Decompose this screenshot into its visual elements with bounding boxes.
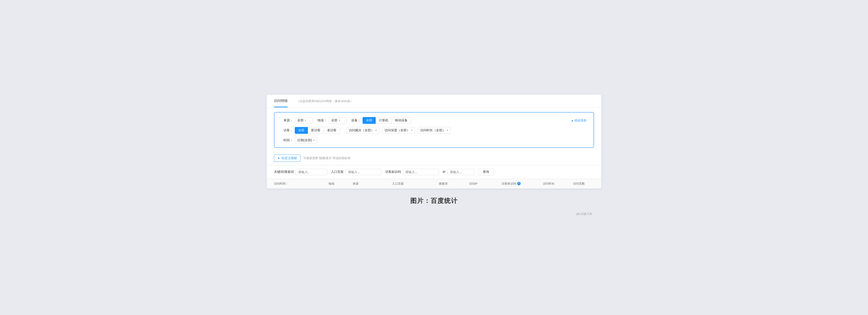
date-caret-icon: ▾: [313, 139, 315, 142]
collapse-label: 收起筛选: [575, 118, 586, 123]
search-bar: 关键词/搜索词 入口页面 访客标识码 IP 查询: [267, 165, 601, 179]
tab-hint: （仅提供两周内的访问明细，最多5000条）: [297, 95, 353, 107]
visitor-group: 全部 新访客 老访客: [295, 127, 340, 134]
tab-header: 访问明细 （仅提供两周内的访问明细，最多5000条）: [267, 95, 601, 107]
visitor-id-group: 访客标识码: [385, 169, 439, 175]
tab-label: 访问明细: [274, 99, 287, 103]
th-visit-pages: 访问页数: [564, 182, 594, 186]
ip-label: IP: [442, 170, 445, 174]
keyword-input[interactable]: [296, 169, 327, 175]
custom-metric-btn[interactable]: ✦ 自定义指标: [274, 155, 301, 162]
keyword-label: 关键词/搜索词: [274, 170, 294, 174]
device-btn-all[interactable]: 全部: [363, 117, 376, 124]
region-caret-icon: ▾: [339, 119, 340, 122]
entry-input[interactable]: [345, 169, 381, 175]
source-label: 来源：: [282, 118, 293, 123]
th-region: 地域: [319, 182, 343, 186]
th-visit-ip: 访问IP: [458, 182, 489, 186]
visitor-btn-returning[interactable]: 老访客: [324, 127, 340, 134]
freq-caret-icon: ▾: [375, 129, 377, 132]
filter-row-source: 来源： 全部 ▾ 地域： 全部 ▾ 设备： 全部 计算机 移动设备: [282, 117, 586, 124]
visitor-id-input[interactable]: [403, 169, 439, 175]
device-group: 全部 计算机 移动设备: [363, 117, 411, 124]
query-btn[interactable]: 查询: [478, 168, 494, 175]
filter-row-time: 时间： 日期(全部) ▾: [282, 137, 586, 144]
custom-metric-hint: 可根据需要"隐藏/显示"所选的指标项: [303, 156, 350, 160]
device-label: 设备：: [351, 118, 361, 123]
freq-value: 访问频次（全部）: [349, 128, 374, 132]
region-select[interactable]: 全部 ▾: [329, 117, 347, 124]
ip-input[interactable]: [447, 169, 474, 175]
filter-row-visitor: 访客： 全部 新访客 老访客 访问频次（全部） ▾ 访问深度（全部） ▾: [282, 127, 586, 134]
source-select[interactable]: 全部 ▾: [295, 117, 313, 124]
source-caret-icon: ▾: [305, 119, 306, 122]
source-value: 全部: [297, 118, 304, 123]
custom-metric-area: ✦ 自定义指标 可根据需要"隐藏/显示"所选的指标项: [267, 151, 601, 165]
th-visit-time: 访问时间 ↓: [274, 182, 319, 186]
custom-metric-star-icon: ✦: [277, 156, 280, 160]
duration-select[interactable]: 访问时长（全部） ▾: [418, 127, 451, 134]
visitor-btn-new[interactable]: 新访客: [308, 127, 324, 134]
filter-section: 来源： 全部 ▾ 地域： 全部 ▾ 设备： 全部 计算机 移动设备: [274, 112, 594, 148]
entry-group: 入口页面: [331, 169, 381, 175]
footer-title: 图片：百度统计: [267, 197, 601, 205]
th-visitor-id: 访客标识码 ?: [488, 182, 533, 186]
depth-caret-icon: ▾: [411, 129, 412, 132]
device-btn-computer[interactable]: 计算机: [376, 117, 392, 124]
depth-select[interactable]: 访问深度（全部） ▾: [382, 127, 415, 134]
keyword-group: 关键词/搜索词: [274, 169, 327, 175]
duration-value: 访问时长（全部）: [420, 128, 445, 132]
time-label: 时间：: [282, 138, 293, 143]
table-header: 访问时间 ↓ 地域 来源 入口页面 搜索词 访问IP 访客标识码 ?: [267, 179, 601, 188]
collapse-arrow-icon: ▲: [571, 119, 574, 122]
page-wrapper: 访问明细 （仅提供两周内的访问明细，最多5000条） 来源： 全部 ▾ 地域： …: [267, 95, 601, 221]
freq-select[interactable]: 访问频次（全部） ▾: [346, 127, 379, 134]
duration-caret-icon: ▾: [447, 129, 448, 132]
th-entry-page: 入口页面: [368, 182, 428, 186]
th-search-word: 搜索词: [428, 182, 458, 186]
footer-area: 图片：百度统计: [267, 188, 601, 210]
tab-visit-detail[interactable]: 访问明细: [274, 95, 287, 107]
footer-watermark: @LIZ设计夹: [267, 210, 601, 221]
visitor-id-help-icon[interactable]: ?: [517, 182, 521, 185]
visitor-btn-all[interactable]: 全部: [295, 127, 308, 134]
th-visit-duration: 访问时长: [534, 182, 564, 186]
entry-label: 入口页面: [331, 170, 344, 174]
custom-metric-label: 自定义指标: [281, 156, 297, 160]
sort-icon: ↓: [287, 182, 288, 185]
region-value: 全部: [331, 118, 338, 123]
date-select[interactable]: 日期(全部) ▾: [295, 137, 317, 144]
region-label: 地域：: [317, 118, 327, 123]
visitor-label: 访客：: [282, 128, 293, 132]
device-btn-mobile[interactable]: 移动设备: [392, 117, 411, 124]
date-value: 日期(全部): [297, 138, 312, 143]
collapse-btn[interactable]: ▲ 收起筛选: [571, 118, 586, 123]
visitor-id-label: 访客标识码: [385, 170, 401, 174]
ip-group: IP: [442, 169, 474, 175]
main-card: 访问明细 （仅提供两周内的访问明细，最多5000条） 来源： 全部 ▾ 地域： …: [267, 95, 601, 188]
depth-value: 访问深度（全部）: [384, 128, 410, 132]
th-source: 来源: [343, 182, 368, 186]
